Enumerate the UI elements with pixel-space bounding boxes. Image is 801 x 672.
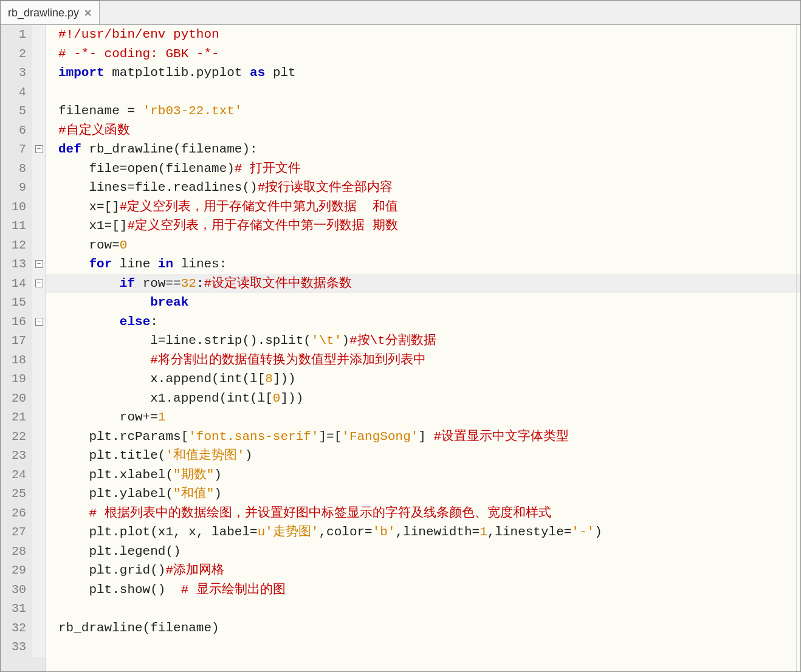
fold-column: − (32, 255, 46, 274)
token-keyword: def (58, 140, 81, 159)
code-line[interactable]: # -*- coding: GBK -*- (46, 44, 800, 64)
fold-collapse-icon[interactable]: − (35, 318, 43, 326)
code-line[interactable]: break (46, 293, 800, 312)
code-line[interactable]: lines=file.readlines()#按行读取文件全部内容 (46, 178, 800, 197)
code-line[interactable]: x1=[]#定义空列表，用于存储文件中第一列数据 期数 (46, 216, 800, 236)
line-number: 18 (1, 353, 32, 367)
gutter-row: 24 (1, 465, 46, 485)
token-default: ,linestyle= (487, 523, 572, 542)
fold-column (32, 389, 46, 408)
line-number: 22 (1, 430, 32, 444)
code-line[interactable]: if row==32:#设定读取文件中数据条数 (46, 274, 800, 293)
code-line[interactable]: row+=1 (46, 408, 800, 427)
token-comment: # 根据列表中的数据绘图，并设置好图中标签显示的字符及线条颜色、宽度和样式 (89, 504, 551, 523)
fold-column (32, 293, 46, 312)
token-comment: #将分割出的数据值转换为数值型并添加到列表中 (150, 351, 426, 370)
code-line[interactable]: # 根据列表中的数据绘图，并设置好图中标签显示的字符及线条颜色、宽度和样式 (46, 504, 800, 523)
code-line[interactable]: plt.legend() (46, 542, 800, 561)
token-number: 0 (273, 389, 281, 408)
code-line[interactable]: plt.xlabel("期数") (46, 465, 800, 485)
line-number: 31 (1, 602, 32, 615)
gutter-row: 4 (1, 83, 46, 102)
gutter-row: 13− (1, 255, 46, 274)
token-keyword: as (250, 63, 265, 83)
token-keyword: break (150, 293, 188, 312)
token-keyword: if (120, 274, 135, 293)
token-comment: # 显示绘制出的图 (181, 580, 286, 600)
code-line[interactable]: rb_drawline(filename) (46, 619, 800, 638)
fold-collapse-icon[interactable]: − (35, 260, 43, 268)
line-number: 6 (1, 123, 32, 137)
code-line[interactable] (46, 637, 800, 657)
fold-column (32, 351, 46, 370)
fold-column (32, 216, 46, 236)
fold-collapse-icon[interactable]: − (35, 145, 43, 153)
line-number: 29 (1, 563, 32, 577)
code-line[interactable]: l=line.strip().split('\t')#按\t分割数据 (46, 331, 800, 351)
token-default (58, 504, 89, 523)
token-default (58, 312, 120, 332)
code-line[interactable]: row=0 (46, 236, 800, 255)
code-area[interactable]: #!/usr/bin/env python# -*- coding: GBK -… (46, 25, 800, 671)
gutter-row: 30 (1, 580, 46, 600)
code-line[interactable]: plt.grid()#添加网格 (46, 561, 800, 580)
line-number: 4 (1, 85, 32, 99)
line-number: 13 (1, 257, 32, 271)
token-default: matplotlib.pyplot (105, 63, 250, 83)
token-keyword: for (89, 255, 112, 274)
token-string: "期数" (173, 465, 214, 485)
tab-filename: rb_drawline.py (8, 7, 79, 19)
token-comment: #自定义函数 (58, 121, 130, 140)
token-default: plt.show() (58, 580, 181, 600)
token-comment: #设置显示中文字体类型 (434, 427, 569, 447)
code-line[interactable]: x.append(int(l[8])) (46, 369, 800, 389)
editor-body: 1234567−8910111213−14−1516−1718192021222… (1, 25, 800, 671)
code-line[interactable]: plt.plot(x1, x, label=u'走势图',color='b',l… (46, 523, 800, 542)
code-line[interactable]: else: (46, 312, 800, 332)
fold-column (32, 331, 46, 351)
token-string: 'font.sans-serif' (188, 427, 318, 447)
fold-column (32, 159, 46, 179)
token-default: rb_drawline(filename): (81, 140, 258, 159)
file-tab[interactable]: rb_drawline.py ✕ (1, 1, 100, 24)
code-line[interactable]: plt.rcParams['font.sans-serif']=['FangSo… (46, 427, 800, 447)
code-line[interactable]: def rb_drawline(filename): (46, 140, 800, 159)
code-line[interactable] (46, 599, 800, 619)
fold-column (32, 637, 46, 657)
code-line[interactable]: file=open(filename)# 打开文件 (46, 159, 800, 179)
token-string: "和值" (173, 484, 214, 504)
token-string: 'b' (373, 523, 396, 542)
close-icon[interactable]: ✕ (84, 7, 92, 19)
gutter-row: 1 (1, 25, 46, 44)
code-line[interactable] (46, 83, 800, 102)
token-comment: #按行读取文件全部内容 (258, 178, 393, 197)
line-number: 2 (1, 47, 32, 61)
line-number: 27 (1, 525, 32, 539)
gutter-row: 9 (1, 178, 46, 197)
token-default: file=open(filename) (58, 159, 235, 179)
line-number: 16 (1, 315, 32, 329)
token-default: lines: (173, 255, 227, 274)
token-default: x=[] (58, 197, 120, 217)
token-number: 0 (120, 236, 128, 255)
code-line[interactable]: plt.title('和值走势图') (46, 446, 800, 465)
code-line[interactable]: #将分割出的数据值转换为数值型并添加到列表中 (46, 351, 800, 370)
fold-column (32, 523, 46, 542)
code-line[interactable]: x1.append(int(l[0])) (46, 389, 800, 408)
gutter-row: 33 (1, 637, 46, 657)
fold-column (32, 25, 46, 44)
code-line[interactable]: #!/usr/bin/env python (46, 25, 800, 44)
gutter-row: 11 (1, 216, 46, 236)
code-line[interactable]: #自定义函数 (46, 121, 800, 140)
code-line[interactable]: import matplotlib.pyplot as plt (46, 63, 800, 83)
gutter-row: 31 (1, 599, 46, 619)
fold-collapse-icon[interactable]: − (35, 279, 43, 287)
line-number: 23 (1, 448, 32, 462)
code-line[interactable]: x=[]#定义空列表，用于存储文件中第九列数据 和值 (46, 197, 800, 217)
gutter-row: 22 (1, 427, 46, 447)
code-line[interactable]: plt.show() # 显示绘制出的图 (46, 580, 800, 600)
code-line[interactable]: for line in lines: (46, 255, 800, 274)
code-line[interactable]: filename = 'rb03-22.txt' (46, 101, 800, 121)
fold-column (32, 197, 46, 217)
code-line[interactable]: plt.ylabel("和值") (46, 484, 800, 504)
